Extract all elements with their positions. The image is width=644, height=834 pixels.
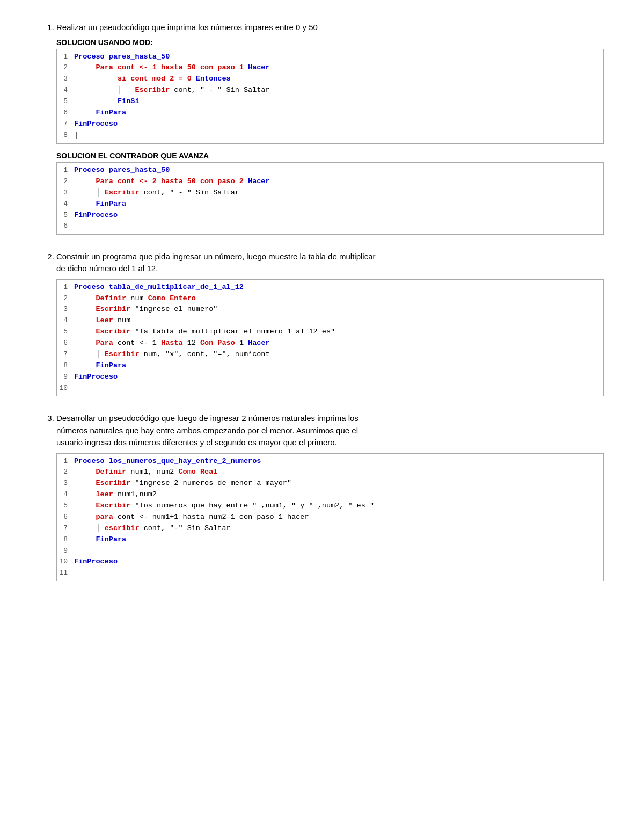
code-line: 11 [57,568,603,578]
line-content: Definir num1, num2 Como Real [74,467,603,478]
code-token: │ [74,86,135,94]
code-token [196,468,200,476]
solution-label-1-1: SOLUCION EL CONTRADOR QUE AVANZA [56,151,604,160]
line-number: 8 [57,130,74,141]
line-content: FinProceso [74,119,603,130]
line-number: 11 [57,568,74,578]
line-number: 9 [57,372,74,382]
problem-item-3: Desarrollar un pseudocódigo que luego de… [56,412,604,581]
code-token: │ [74,350,105,358]
line-number: 2 [57,293,74,304]
code-line: 10FinProceso [57,556,603,568]
line-content: FinPara [74,534,603,546]
code-line: 9 [57,546,603,556]
code-token: Definir [96,294,127,302]
code-token [74,513,96,521]
line-number: 10 [57,383,74,394]
code-token [74,294,96,302]
code-token: FinSi [118,97,140,105]
line-content: FinSi [74,96,603,107]
line-number: 1 [57,52,74,62]
line-number: 4 [57,85,74,96]
line-content: │ Escribir cont, " - " Sin Saltar [74,187,603,199]
line-content: Para cont <- 2 hasta 50 con paso 2 Hacer [74,176,603,187]
code-token [74,200,96,208]
line-number: 4 [57,315,74,326]
code-line: 2 Definir num1, num2 Como Real [57,467,603,478]
line-number: 2 [57,467,74,477]
line-content: para cont <- num1+1 hasta num2-1 con pas… [74,512,603,523]
line-number: 8 [57,534,74,545]
code-token: FinPara [96,361,127,369]
code-token [74,535,96,543]
code-token: Para cont <- 1 hasta 50 con paso 1 [74,63,248,71]
line-content: Proceso tabla_de_multiplicar_de_1_al_12 [74,282,603,293]
code-token [74,97,118,105]
code-token [74,361,96,369]
code-token: Definir [96,468,127,476]
code-line: 8| [57,130,603,141]
code-token: Escribir [96,328,131,336]
line-number: 7 [57,119,74,129]
line-number: 1 [57,282,74,293]
line-number: 3 [57,187,74,198]
line-content: | [74,130,603,141]
code-line: 6 para cont <- num1+1 hasta num2-1 con p… [57,512,603,523]
code-token: Proceso pares_hasta_50 [74,166,170,174]
line-number: 3 [57,478,74,489]
code-token: Hacer [248,177,270,185]
problem-text-3: Desarrollar un pseudocódigo que luego de… [56,412,604,449]
code-token: Escribir [96,502,131,510]
code-token: Escribir [96,305,131,313]
line-number: 8 [57,360,74,371]
code-token: Real [200,468,217,476]
line-content: Escribir "ingrese 2 numeros de menor a m… [74,478,603,489]
line-content: Escribir "la tabla de multiplicar el num… [74,327,603,338]
code-token [74,502,96,510]
line-content: Para cont <- 1 Hasta 12 Con Paso 1 Hacer [74,338,603,349]
code-line: 1Proceso pares_hasta_50 [57,52,603,63]
line-content: Proceso pares_hasta_50 [74,52,603,63]
line-content: Proceso pares_hasta_50 [74,165,603,176]
line-number: 7 [57,523,74,534]
code-token: Hasta [161,339,183,347]
code-token: FinProceso [74,557,118,565]
code-token: Como [148,294,165,302]
line-content: Para cont <- 1 hasta 50 con paso 1 Hacer [74,62,603,74]
line-number: 3 [57,74,74,84]
code-token: Escribir [105,188,140,197]
code-token: "ingrese 2 numeros de menor a mayor" [130,479,291,487]
code-line: 4 │ Escribir cont, " - " Sin Saltar [57,85,603,96]
code-line: 9FinProceso [57,372,603,383]
code-line: 7 │ Escribir num, "x", cont, "=", num*co… [57,349,603,360]
line-content: FinPara [74,199,603,210]
line-content: │ Escribir cont, " - " Sin Saltar [74,85,603,96]
code-line: 3 Escribir "ingrese 2 numeros de menor a… [57,478,603,489]
line-content: Leer num [74,315,603,327]
code-line: 4 FinPara [57,199,603,210]
code-token: cont, "-" Sin Saltar [140,524,231,532]
line-number: 5 [57,210,74,221]
code-token: Entonces [196,75,231,83]
line-number: 2 [57,176,74,187]
code-line: 6 FinPara [57,107,603,119]
code-token: Para [96,339,113,347]
line-number: 4 [57,199,74,209]
code-token: para [96,513,113,521]
code-token: num [126,294,148,302]
line-content: │ escribir cont, "-" Sin Saltar [74,523,603,534]
code-token: │ [74,188,105,197]
code-line: 2 Para cont <- 1 hasta 50 con paso 1 Hac… [57,62,603,74]
line-number: 1 [57,456,74,467]
line-content: Proceso los_numeros_que_hay_entre_2_nume… [74,456,603,467]
line-number: 9 [57,546,74,556]
code-token: FinProceso [74,211,118,219]
line-content: si cont mod 2 = 0 Entonces [74,74,603,85]
code-token [74,328,96,336]
line-number: 2 [57,62,74,73]
line-number: 5 [57,501,74,511]
line-number: 5 [57,96,74,107]
code-token: cont <- num1+1 hasta num2-1 con paso 1 h… [113,513,309,521]
line-content: FinProceso [74,210,603,221]
code-line: 4 leer num1,num2 [57,489,603,501]
